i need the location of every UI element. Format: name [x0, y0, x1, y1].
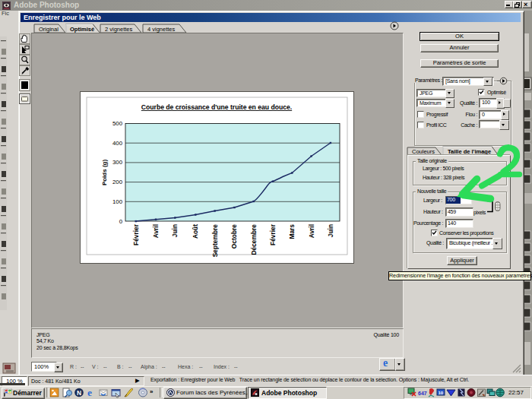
svg-text:2 vignettes: 2 vignettes [105, 26, 133, 33]
svg-text:»: » [150, 388, 154, 395]
svg-text:Août: Août [192, 224, 199, 239]
svg-text:Optimisé: Optimisé [70, 26, 94, 33]
svg-text:Couleurs: Couleurs [412, 148, 435, 155]
svg-text:Février: Février [132, 223, 140, 245]
svg-text:e: e [87, 387, 92, 398]
svg-text:300: 300 [112, 159, 123, 166]
svg-text:0: 0 [119, 218, 123, 225]
svg-text:Juin: Juin [327, 224, 334, 237]
svg-text:Avril: Avril [308, 224, 315, 238]
svg-text:Mars: Mars [288, 224, 296, 239]
svg-text:500: 500 [112, 120, 123, 127]
svg-text:10: 10 [439, 391, 444, 395]
svg-text:Courbe de croissance d'une tru: Courbe de croissance d'une truite en eau… [141, 103, 292, 111]
svg-text:100: 100 [112, 198, 123, 205]
svg-text:Original: Original [39, 26, 59, 33]
svg-text:4 vignettes: 4 vignettes [147, 26, 176, 33]
svg-text:Poids (g): Poids (g) [101, 160, 108, 186]
svg-text:647: 647 [418, 391, 427, 396]
svg-text:Avril: Avril [152, 224, 160, 238]
svg-text:Février: Février [269, 223, 277, 245]
svg-text:Juin: Juin [171, 224, 179, 237]
svg-text:Octobre: Octobre [230, 224, 238, 249]
svg-text:Septembre: Septembre [211, 224, 219, 258]
svg-text:400: 400 [112, 140, 123, 147]
svg-text:200: 200 [112, 179, 123, 185]
svg-text:N: N [77, 389, 81, 397]
svg-text:Décembre: Décembre [250, 224, 258, 255]
